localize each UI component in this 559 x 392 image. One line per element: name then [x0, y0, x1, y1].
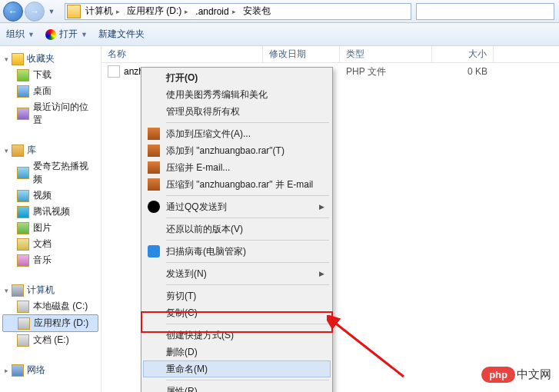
sidebar-item-downloads[interactable]: 下载 [0, 67, 101, 83]
separator [166, 218, 329, 218]
chevron-right-icon: ▶ [319, 270, 324, 277]
separator [166, 262, 329, 263]
col-name[interactable]: 名称 [101, 46, 263, 62]
video-icon [17, 190, 29, 202]
archive-icon [148, 128, 160, 140]
sidebar-item-desktop[interactable]: 桌面 [0, 83, 101, 99]
ctx-rename[interactable]: 重命名(M) [143, 360, 331, 377]
sidebar-item-pictures[interactable]: 图片 [0, 220, 101, 236]
sidebar-item-drive-e[interactable]: 文档 (E:) [0, 332, 101, 348]
separator [166, 380, 329, 380]
chevron-down-icon: ▾ [5, 287, 8, 294]
ctx-open[interactable]: 打开(O) [143, 69, 331, 86]
chevron-right-icon: ▸ [185, 8, 188, 15]
drive-icon [17, 334, 29, 347]
chevron-right-icon: ▸ [116, 8, 120, 15]
col-size[interactable]: 大小 [432, 46, 494, 62]
download-icon [17, 69, 29, 81]
archive-icon [148, 178, 160, 191]
col-type[interactable]: 类型 [340, 46, 432, 62]
breadcrumb[interactable]: 计算机▸ 应用程序 (D:)▸ .android▸ 安装包 [65, 3, 411, 20]
video-icon [17, 206, 29, 218]
sidebar-head-network[interactable]: ▸网络 [0, 362, 101, 378]
separator [166, 195, 329, 196]
separator [166, 324, 329, 324]
file-type: PHP 文件 [340, 65, 432, 78]
column-headers: 名称 修改日期 类型 大小 [101, 46, 559, 63]
sidebar-item-documents[interactable]: 文档 [0, 236, 101, 252]
col-date[interactable]: 修改日期 [263, 46, 340, 62]
chevron-down-icon: ▾ [5, 147, 8, 154]
ctx-zip-email[interactable]: 压缩并 E-mail... [143, 159, 331, 176]
ctx-meitu[interactable]: 使用美图秀秀编辑和美化 [143, 86, 331, 103]
file-icon [108, 65, 120, 78]
star-icon [12, 53, 24, 65]
picture-icon [17, 222, 29, 234]
ctx-copy[interactable]: 复制(C) [143, 304, 331, 321]
ctx-properties[interactable]: 属性(R) [143, 383, 331, 392]
ctx-restore[interactable]: 还原以前的版本(V) [143, 221, 331, 238]
ctx-qq-send[interactable]: 通过QQ发送到▶ [143, 198, 331, 215]
sidebar-item-videos[interactable]: 视频 [0, 188, 101, 204]
separator [166, 122, 329, 123]
video-icon [17, 167, 29, 179]
ctx-admin[interactable]: 管理员取得所有权 [143, 103, 331, 120]
recent-icon [17, 108, 29, 120]
ctx-delete[interactable]: 删除(D) [143, 344, 331, 360]
php-badge: php [481, 367, 515, 383]
music-icon [17, 254, 29, 267]
drive-icon [18, 317, 30, 330]
sidebar-head-libraries[interactable]: ▾库 [0, 142, 101, 158]
chevron-right-icon: ▶ [319, 203, 324, 211]
ctx-scan[interactable]: 扫描病毒(电脑管家) [143, 243, 331, 260]
sidebar-item-recent[interactable]: 最近访问的位置 [0, 99, 101, 128]
forward-button[interactable]: → [25, 2, 45, 22]
breadcrumb-item[interactable]: .android▸ [192, 4, 239, 19]
new-folder-button[interactable]: 新建文件夹 [98, 28, 145, 41]
archive-icon [148, 161, 160, 174]
chevron-down-icon: ▼ [81, 31, 88, 38]
sidebar: ▾收藏夹 下载 桌面 最近访问的位置 ▾库 爱奇艺热播视频 视频 腾讯视频 图片… [0, 46, 101, 392]
ctx-sendto[interactable]: 发送到(N)▶ [143, 265, 331, 282]
sidebar-item-drive-d[interactable]: 应用程序 (D:) [2, 314, 98, 332]
chevron-down-icon: ▾ [5, 55, 8, 63]
document-icon [17, 238, 29, 251]
desktop-icon [17, 85, 29, 98]
file-size: 0 KB [432, 66, 494, 77]
organize-button[interactable]: 组织▼ [6, 28, 35, 41]
nav-buttons: ← → ▼ [0, 2, 60, 22]
context-menu: 打开(O) 使用美图秀秀编辑和美化 管理员取得所有权 添加到压缩文件(A)...… [141, 67, 333, 392]
shield-icon [148, 245, 160, 257]
breadcrumb-item[interactable]: 安装包 [240, 4, 275, 19]
breadcrumb-item[interactable]: 应用程序 (D:)▸ [124, 4, 192, 19]
ctx-zip-rar-email[interactable]: 压缩到 "anzhuangbao.rar" 并 E-mail [143, 176, 331, 193]
ctx-add-archive[interactable]: 添加到压缩文件(A)... [143, 125, 331, 142]
sidebar-item-music[interactable]: 音乐 [0, 252, 101, 268]
open-icon [45, 29, 56, 40]
sidebar-head-favorites[interactable]: ▾收藏夹 [0, 51, 101, 67]
back-button[interactable]: ← [3, 2, 23, 22]
sidebar-item-drive-c[interactable]: 本地磁盘 (C:) [0, 298, 101, 314]
breadcrumb-item[interactable]: 计算机▸ [82, 4, 124, 19]
open-button[interactable]: 打开▼ [45, 28, 88, 41]
ctx-cut[interactable]: 剪切(T) [143, 287, 331, 304]
watermark: php 中文网 [481, 367, 551, 383]
qq-icon [148, 201, 160, 213]
search-input[interactable] [416, 3, 554, 20]
folder-icon [67, 5, 81, 18]
chevron-down-icon: ▼ [28, 31, 35, 38]
sidebar-item-iqiyi[interactable]: 爱奇艺热播视频 [0, 158, 101, 188]
chevron-right-icon: ▸ [232, 8, 236, 15]
ctx-shortcut[interactable]: 创建快捷方式(S) [143, 327, 331, 344]
separator [166, 240, 329, 241]
chevron-right-icon: ▸ [5, 367, 8, 374]
network-icon [12, 364, 24, 377]
library-icon [12, 145, 24, 157]
computer-icon [12, 284, 24, 297]
history-dropdown[interactable]: ▼ [46, 8, 57, 15]
sidebar-head-computer[interactable]: ▾计算机 [0, 282, 101, 298]
toolbar: 组织▼ 打开▼ 新建文件夹 [0, 23, 559, 46]
ctx-add-rar[interactable]: 添加到 "anzhuangbao.rar"(T) [143, 142, 331, 159]
badge-text: 中文网 [517, 367, 551, 382]
sidebar-item-tencent[interactable]: 腾讯视频 [0, 204, 101, 220]
